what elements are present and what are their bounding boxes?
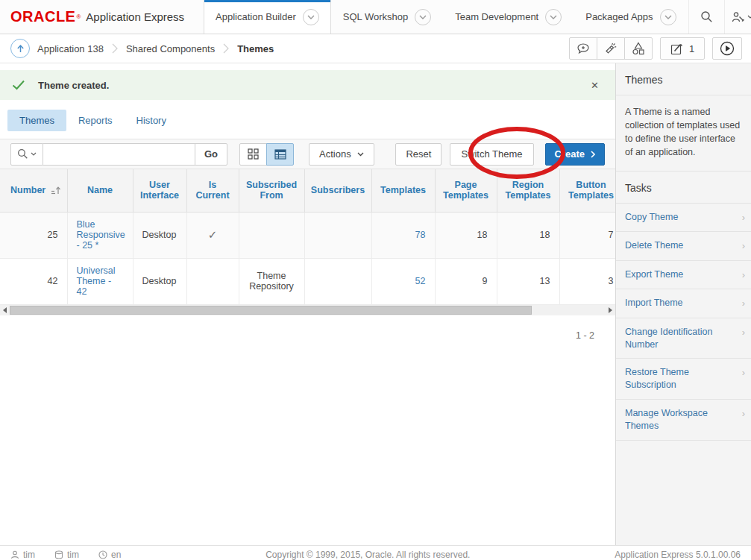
task-copy-theme[interactable]: Copy Theme › — [616, 204, 751, 233]
table-header-row: Number Name User Interface Is Current Su… — [0, 169, 615, 212]
chevron-down-circle-icon[interactable] — [660, 9, 676, 25]
column-header-number[interactable]: Number — [0, 169, 67, 212]
pagination-range: 1 - 2 — [0, 315, 615, 341]
column-header-subscribed-from[interactable]: Subscribed From — [239, 169, 304, 212]
cell-number: 25 — [0, 212, 67, 258]
run-application-button[interactable] — [712, 37, 742, 60]
tab-packaged-apps[interactable]: Packaged Apps — [574, 0, 688, 34]
tab-label: Packaged Apps — [585, 11, 653, 22]
up-level-button[interactable] — [10, 39, 30, 58]
chevron-right-icon: › — [742, 297, 745, 310]
search-input[interactable] — [43, 143, 195, 166]
search-button[interactable] — [688, 0, 724, 34]
column-header-name[interactable]: Name — [67, 169, 133, 212]
chevron-right-icon: › — [742, 211, 745, 224]
top-nav: Application Builder SQL Workshop Team De… — [204, 0, 688, 34]
chevron-down-circle-icon[interactable] — [545, 9, 562, 25]
tab-reports[interactable]: Reports — [66, 110, 125, 131]
sidebar-tasks-title: Tasks — [616, 172, 751, 204]
chevron-right-icon: › — [742, 239, 745, 253]
search-column-selector[interactable] — [10, 143, 43, 166]
breadcrumb-bar: Application 138 Shared Components Themes — [0, 34, 751, 63]
footer-user: tim — [10, 550, 35, 560]
column-header-user-interface[interactable]: User Interface — [133, 169, 186, 212]
column-header-button-templates[interactable]: Button Templates — [559, 169, 615, 212]
tab-themes[interactable]: Themes — [7, 110, 66, 131]
go-button[interactable]: Go — [195, 143, 227, 166]
right-sidebar: Themes A Theme is a named collection of … — [615, 63, 751, 545]
chevron-right-icon — [591, 151, 595, 158]
tab-sql-workshop[interactable]: SQL Workshop — [331, 0, 443, 34]
feedback-button[interactable] — [569, 37, 597, 60]
search-icon — [700, 10, 713, 23]
shared-components-button[interactable] — [624, 37, 653, 60]
table-row: 42 Universal Theme - 42 Desktop Theme Re… — [0, 258, 615, 304]
tab-application-builder[interactable]: Application Builder — [204, 0, 331, 34]
edit-page-number: 1 — [689, 43, 694, 54]
admin-menu-button[interactable] — [724, 0, 751, 34]
cell-page-templates: 18 — [435, 212, 497, 258]
task-delete-theme[interactable]: Delete Theme › — [616, 232, 751, 261]
chevron-down-icon — [357, 152, 364, 157]
cell-user-interface: Desktop — [133, 258, 186, 304]
templates-count-link[interactable]: 52 — [415, 276, 426, 286]
chevron-down-circle-icon[interactable] — [303, 9, 319, 25]
task-manage-workspace-themes[interactable]: Manage Workspace Themes › — [616, 400, 751, 441]
cell-subscribers — [304, 258, 371, 304]
report-view-button[interactable] — [266, 143, 294, 166]
close-icon[interactable]: ✕ — [586, 78, 603, 92]
horizontal-scrollbar[interactable] — [0, 305, 615, 315]
view-toggle-group — [239, 143, 294, 166]
column-header-is-current[interactable]: Is Current — [186, 169, 239, 212]
breadcrumb-current-themes: Themes — [237, 43, 274, 54]
footer-language: en — [98, 550, 121, 560]
chevron-right-icon: › — [742, 326, 745, 351]
tab-team-development[interactable]: Team Development — [443, 0, 574, 34]
task-change-identification-number[interactable]: Change Identification Number › — [616, 318, 751, 359]
column-header-region-templates[interactable]: Region Templates — [497, 169, 559, 212]
feedback-bubble-icon — [576, 43, 590, 55]
breadcrumb-application[interactable]: Application 138 — [37, 43, 104, 54]
icon-view-button[interactable] — [239, 143, 267, 166]
column-header-page-templates[interactable]: Page Templates — [435, 169, 497, 212]
column-header-templates[interactable]: Templates — [371, 169, 435, 212]
cell-name: Universal Theme - 42 — [67, 258, 133, 304]
tab-history[interactable]: History — [125, 110, 178, 131]
chevron-down-circle-icon[interactable] — [415, 9, 431, 25]
cell-is-current: ✓ — [186, 212, 239, 258]
scroll-right-arrow-icon[interactable] — [606, 305, 615, 315]
page-action-buttons: 1 — [569, 37, 744, 60]
task-export-theme[interactable]: Export Theme › — [616, 261, 751, 290]
cell-number: 42 — [0, 258, 67, 304]
create-button[interactable]: Create — [545, 143, 605, 166]
sidebar-description: A Theme is a named collection of templat… — [616, 95, 751, 172]
actions-menu-button[interactable]: Actions — [309, 143, 374, 166]
check-icon: ✓ — [208, 228, 218, 241]
success-message: Theme created. — [38, 80, 109, 91]
breadcrumb-separator-icon — [223, 43, 229, 54]
create-label: Create — [555, 148, 585, 160]
task-import-theme[interactable]: Import Theme › — [616, 289, 751, 318]
edit-page-button[interactable]: 1 — [660, 37, 705, 60]
templates-count-link[interactable]: 78 — [415, 230, 426, 240]
cell-region-templates: 13 — [497, 258, 559, 304]
theme-name-link[interactable]: Universal Theme - 42 — [77, 265, 116, 297]
scrollbar-thumb[interactable] — [10, 306, 532, 315]
scroll-left-arrow-icon[interactable] — [0, 305, 10, 315]
footer-version: Application Express 5.0.1.00.06 — [615, 550, 741, 560]
cell-subscribed-from: Theme Repository — [239, 258, 304, 304]
reset-button[interactable]: Reset — [395, 143, 442, 166]
cell-button-templates: 3 — [559, 258, 615, 304]
tab-label: SQL Workshop — [343, 11, 408, 22]
switch-theme-button[interactable]: Switch Theme — [450, 143, 533, 166]
cell-subscribers — [304, 212, 371, 258]
report-toolbar: Go Actions Reset Switch Theme Create — [0, 139, 615, 169]
user-icon — [10, 550, 19, 559]
tab-label: Team Development — [455, 11, 538, 22]
theme-roller-button[interactable] — [597, 37, 625, 60]
table-row: 25 Blue Responsive - 25 * Desktop ✓ 78 1… — [0, 212, 615, 258]
breadcrumb-shared-components[interactable]: Shared Components — [126, 43, 215, 54]
task-restore-theme-subscription[interactable]: Restore Theme Subscription › — [616, 359, 751, 400]
theme-name-link[interactable]: Blue Responsive - 25 * — [77, 219, 125, 251]
column-header-subscribers[interactable]: Subscribers — [304, 169, 371, 212]
